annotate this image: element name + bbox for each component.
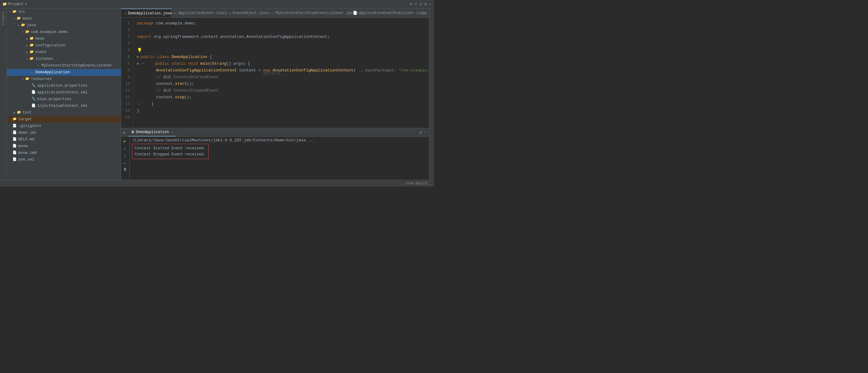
status-right: CSDN @砖业洋__ [405,181,432,185]
tree-item-resources[interactable]: ▾ 📂 resources [7,76,121,82]
project-tab-label[interactable]: Project [2,11,5,25]
expand-arrow: ▾ [25,57,29,61]
tree-label-injectvalue-xml: injectValueContext.xml [37,104,88,108]
wrap-button[interactable]: ↵ [123,160,127,166]
sort-icon[interactable]: ⇅ [420,2,422,7]
tree-item-gitignore[interactable]: 📄 .gitignore [7,123,121,130]
folder-open-icon: 📂 [29,56,34,61]
tree-item-appprops[interactable]: 🔧 application.properties [7,82,121,89]
tree-label-target: target [18,117,32,121]
scroll-down-button[interactable]: ↓ [123,146,127,152]
tab-demoapplication[interactable]: ☕ DemoApplication.java ✕ [121,8,172,18]
run-arrow-6[interactable]: ▶ [137,54,140,60]
run-output-content: /Library/Java/JavaVirtualMachines/jdk1.8… [130,137,429,180]
file-icon: 📄 [12,150,17,155]
tree-label-resources: resources [31,77,52,81]
tree-item-demo-iml[interactable]: 📄 demo.iml [7,130,121,136]
output-line-1: Context Started Event received. [135,145,206,151]
line-numbers: 1 2 3 4 5 6 7 8 9 10 11 12 13 14 15 [121,18,133,128]
tree-item-mvnw[interactable]: 📄 mvnw [7,143,121,149]
properties-icon: 🔧 [31,97,36,102]
tree-label-demoapplication: DemoApplication [35,70,70,75]
code-line-9: // 触发 ContextStartedEvent [137,74,429,81]
run-tab[interactable]: 🖥 DemoApplication ✕ [128,128,176,137]
code-line-13: ▸ } [137,101,429,108]
tree-item-configuration[interactable]: ▶ 📁 configuration [7,42,121,49]
tree-label-listener: listener [35,57,54,61]
clear-button[interactable]: 🗑 [123,167,127,172]
xml-icon: 📄 [31,104,36,108]
code-line-11: // 触发 ContextStoppedEvent [137,87,429,94]
tree-label-appcontext-xml: applicationContext.xml [37,90,88,95]
tree-item-demoapplication[interactable]: ☕ DemoApplication [7,69,121,76]
editor-area: ☕ DemoApplication.java ✕ ☕ ApplicationEv… [121,8,429,180]
tab-icon: ☕ [272,11,274,15]
run-tab-label: DemoApplication [136,130,169,134]
tree-item-injectvalue-xml[interactable]: 📄 injectValueContext.xml [7,103,121,109]
folder-icon: 📁 [29,36,34,41]
tab-applicationevent[interactable]: ☕ ApplicationEvent.class ✕ [172,8,226,18]
run-left-icons: ▶ ↓ ↑ ↵ 🗑 [121,137,130,180]
left-strip: Project [0,8,7,180]
run-tab-close[interactable]: ✕ [172,130,174,134]
bulb-icon: 💡 [137,47,142,54]
tree-item-test[interactable]: ▶ 📁 test [7,109,121,116]
tab-applicationeventpublisher[interactable]: 📄 ApplicationEventPublisher.class ✕ [350,8,423,18]
checkmark-icon: ✓ [423,10,427,17]
fold-close-13[interactable]: ▸ [137,101,141,108]
tree-item-help-md[interactable]: 📄 HELP.md [7,136,121,143]
folder-icon: 📂 [21,23,26,28]
panel-settings-icon[interactable]: ⚙ [420,130,422,135]
panel-close-icon[interactable]: — [424,130,427,135]
run-button[interactable]: ▶ [123,138,127,144]
code-line-2 [137,27,429,34]
code-line-1: package com.example.demo; [137,20,429,27]
file-icon: 📄 [12,144,17,149]
tree-label-appprops: application.properties [37,84,88,88]
code-line-4 [137,40,429,47]
tree-label-mvnw-cmd: mvnw.cmd [18,151,37,155]
project-tree: ▾ 📂 src ▾ 📂 main ▾ 📂 java ▾ 📂 com.examp [7,8,121,180]
md-icon: 📄 [12,137,17,142]
tree-item-event[interactable]: ▶ 📁 event [7,49,121,56]
tree-item-pom-xml[interactable]: 📄 pom.xml [7,156,121,163]
gear-icon[interactable]: ⚙ [424,2,427,7]
tree-label-gitignore: .gitignore [18,124,41,128]
tree-item-src[interactable]: ▾ 📂 src [7,8,121,15]
tree-item-mvnw-cmd[interactable]: 📄 mvnw.cmd [7,149,121,156]
expand-arrow: ▶ [25,44,29,47]
tree-label-package: com.example.demo [31,30,68,34]
run-arrow-7[interactable]: ▶ [137,60,140,67]
code-editor: 1 2 3 4 5 6 7 8 9 10 11 12 13 14 15 [121,18,429,128]
folder-icon: 📂 [12,9,17,15]
list-icon[interactable]: ≡ [415,2,417,7]
folder-icon: 📁 [29,50,34,55]
tab-eventobject[interactable]: ☕ EventObject.java ✕ [226,8,269,18]
tree-label-help-md: HELP.md [18,137,34,142]
code-line-14: } [137,108,429,114]
expand-arrow: ▶ [25,37,29,40]
tree-label-blueprops: blue.properties [37,97,72,101]
tree-item-listener[interactable]: ▾ 📂 listener [7,56,121,62]
tab-mycontextstoplistener[interactable]: ☕ MyContextStartStopEventListener.java ✕ [269,8,350,18]
tree-label-event: event [35,50,47,54]
code-line-8: AnnotationConfigApplicationContext conte… [137,67,429,74]
tree-item-com-example-demo[interactable]: ▾ 📂 com.example.demo [7,29,121,35]
fold-arrow-7[interactable]: ▾ [141,60,145,67]
chevron-icon: ▼ [25,2,27,6]
tree-item-target[interactable]: 📁 target [7,116,121,123]
code-line-6: ▶ public class DemoApplication { [137,54,429,60]
tree-item-appcontext-xml[interactable]: 📄 applicationContext.xml [7,89,121,96]
tree-item-bean[interactable]: ▶ 📁 bean [7,35,121,42]
code-line-10: context.start(); [137,81,429,87]
tree-item-mycontextstoplistener[interactable]: ☕ MyContextStartStopEventListener [7,62,121,69]
tree-item-java[interactable]: ▾ 📂 java [7,22,121,29]
run-tab-icon: 🖥 [131,130,134,134]
tab-label: DemoApplication.java [128,11,172,16]
minimize-icon[interactable]: — [429,2,432,7]
add-icon[interactable]: ⊕ [410,2,412,7]
tree-item-blueprops[interactable]: 🔧 blue.properties [7,96,121,103]
code-line-12: context.stop(); [137,94,429,101]
tree-item-main[interactable]: ▾ 📂 main [7,15,121,22]
scroll-up-button[interactable]: ↑ [123,153,127,159]
